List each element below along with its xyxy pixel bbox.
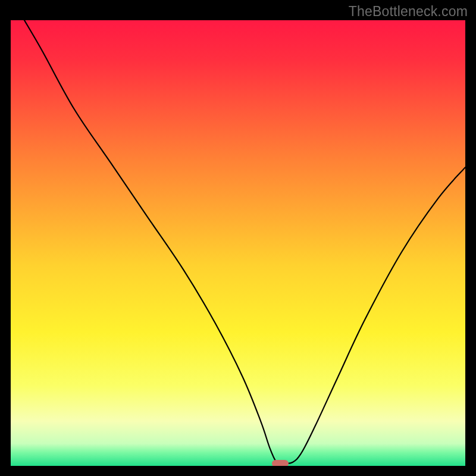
watermark-text: TheBottleneck.com — [349, 4, 468, 20]
optimal-marker — [272, 460, 289, 466]
chart-frame — [6, 18, 470, 471]
plot-area — [11, 20, 465, 466]
bottleneck-curve — [11, 20, 465, 466]
